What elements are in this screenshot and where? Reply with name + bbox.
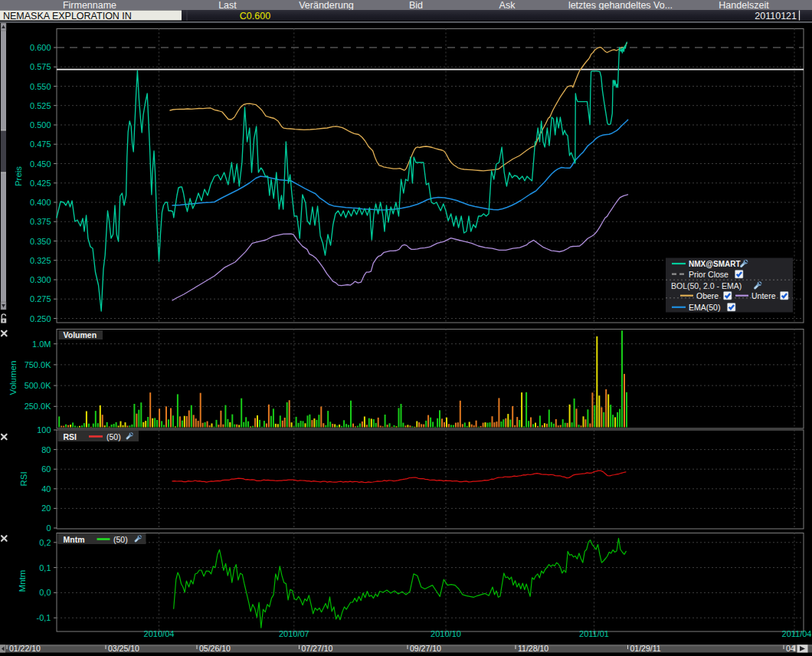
svg-text:0.600: 0.600: [30, 43, 51, 52]
svg-text:0,2: 0,2: [39, 538, 51, 547]
svg-text:09/27/10: 09/27/10: [410, 644, 441, 653]
svg-text:0.250: 0.250: [30, 314, 51, 323]
svg-text:Handelszeit: Handelszeit: [719, 0, 769, 11]
svg-text:letztes gehandeltes Vo...: letztes gehandeltes Vo...: [568, 0, 673, 11]
svg-text:NEMASKA EXPLORATION IN: NEMASKA EXPLORATION IN: [3, 11, 132, 21]
svg-text:0: 0: [46, 523, 51, 533]
svg-text:EMA(50): EMA(50): [689, 303, 720, 312]
svg-text:Ask: Ask: [499, 0, 516, 11]
svg-text:0.500: 0.500: [30, 120, 51, 130]
svg-text:2011/04: 2011/04: [782, 629, 812, 638]
svg-text:Mntm: Mntm: [64, 535, 85, 544]
svg-text:C0.600: C0.600: [240, 11, 270, 21]
svg-text:Preis: Preis: [14, 166, 23, 186]
svg-text:20110121: 20110121: [755, 11, 797, 21]
svg-text:0.400: 0.400: [30, 198, 51, 207]
svg-text:0.325: 0.325: [30, 256, 51, 265]
svg-text:100: 100: [37, 425, 51, 435]
svg-text:0.275: 0.275: [30, 294, 51, 303]
svg-text:20: 20: [41, 503, 51, 513]
svg-text:0.300: 0.300: [30, 275, 51, 284]
svg-text:80: 80: [41, 445, 51, 454]
svg-text:0.350: 0.350: [30, 237, 51, 246]
svg-text:Bid: Bid: [409, 0, 423, 11]
svg-text:Obere: Obere: [696, 291, 719, 300]
svg-text:Firmenname: Firmenname: [63, 0, 116, 11]
svg-text:2010/10: 2010/10: [431, 629, 461, 638]
svg-text:(50): (50): [113, 535, 128, 544]
svg-text:05/26/10: 05/26/10: [199, 644, 231, 653]
svg-text:RSI: RSI: [64, 432, 77, 441]
svg-text:Last: Last: [218, 0, 237, 11]
svg-text:Volumen: Volumen: [64, 330, 97, 339]
svg-text:-0,1: -0,1: [37, 613, 51, 622]
svg-text:0.425: 0.425: [30, 179, 51, 188]
svg-text:0.450: 0.450: [30, 159, 51, 169]
svg-text:0.550: 0.550: [30, 82, 51, 91]
svg-text:750.0K: 750.0K: [25, 360, 52, 369]
svg-text:0.475: 0.475: [30, 139, 51, 149]
svg-text:Mntm: Mntm: [18, 570, 27, 592]
svg-text:60: 60: [41, 464, 51, 474]
svg-text:0.575: 0.575: [30, 62, 51, 71]
svg-text:03/25/10: 03/25/10: [108, 644, 139, 653]
svg-text:RSI: RSI: [19, 471, 28, 486]
svg-text:40: 40: [41, 484, 51, 494]
svg-text:04: 04: [786, 644, 795, 653]
svg-text:BOL(50, 2.0 - EMA): BOL(50, 2.0 - EMA): [671, 281, 742, 290]
svg-text:0.525: 0.525: [30, 101, 51, 110]
svg-text:2011/01: 2011/01: [579, 629, 609, 638]
svg-text:07/27/10: 07/27/10: [302, 644, 333, 653]
svg-text:Volumen: Volumen: [8, 361, 18, 395]
svg-text:1.0M: 1.0M: [32, 339, 51, 349]
svg-text:2010/04: 2010/04: [144, 629, 175, 638]
svg-text:Untere: Untere: [751, 291, 776, 300]
svg-text:NMX@SMART: NMX@SMART: [689, 260, 741, 268]
svg-text:11/28/10: 11/28/10: [518, 644, 548, 653]
svg-text:0,1: 0,1: [39, 563, 51, 572]
svg-text:Veränderung: Veränderung: [299, 0, 354, 11]
svg-text:0.375: 0.375: [30, 217, 51, 226]
svg-text:(50): (50): [106, 432, 121, 441]
svg-text:250.0K: 250.0K: [25, 402, 52, 411]
svg-text:0,0: 0,0: [39, 588, 51, 597]
svg-text:Prior Close: Prior Close: [689, 270, 729, 279]
svg-text:500.0K: 500.0K: [25, 381, 52, 390]
svg-text:01/29/11: 01/29/11: [630, 644, 661, 653]
svg-text:01/22/10: 01/22/10: [9, 644, 41, 653]
svg-text:2010/07: 2010/07: [279, 629, 309, 638]
